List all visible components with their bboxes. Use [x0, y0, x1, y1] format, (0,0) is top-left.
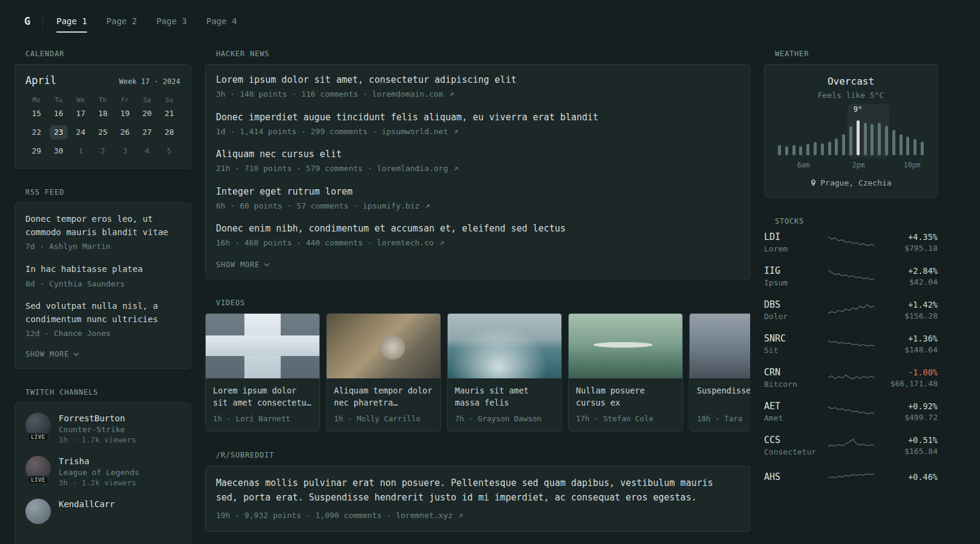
channel-name[interactable]: ForrestBurton — [59, 413, 136, 423]
calendar-day[interactable]: 28 — [160, 125, 178, 140]
calendar-day[interactable]: 22 — [27, 125, 45, 140]
channel-game: League of Legends — [59, 468, 139, 477]
post-source-link[interactable]: loremnet.xyz — [396, 511, 463, 520]
stock-row[interactable]: CRN Bitcorn -1.00% $66,171.48 — [764, 367, 938, 389]
channel-name[interactable]: KendallCarr — [59, 499, 115, 509]
stock-price: $795.18 — [880, 244, 938, 253]
video-card[interactable]: Lorem ipsum dolor sit amet consectetu… 1… — [205, 313, 320, 432]
stock-row[interactable]: AHS +0.46% — [764, 468, 938, 487]
external-link-icon — [439, 241, 445, 246]
rss-item: Donec tempor eros leo, ut commodo mauris… — [25, 213, 180, 253]
news-title[interactable]: Donec imperdiet augue tincidunt felis al… — [216, 112, 739, 123]
calendar-day[interactable]: 17 — [71, 106, 90, 121]
rss-item-title[interactable]: In hac habitasse platea — [25, 263, 180, 276]
top-nav: G Page 1Page 2Page 3Page 4 — [0, 0, 980, 42]
rss-item-title[interactable]: Sed volutpat nulla nisl, a condimentum n… — [25, 300, 180, 326]
twitch-channel[interactable]: KendallCarr — [25, 499, 180, 524]
video-card[interactable]: Mauris sit amet massa felis 7h · Grayson… — [447, 313, 562, 432]
twitch-channel-list: LIVE ForrestBurton Counter-Strike 1h · 1… — [25, 413, 180, 524]
video-thumbnail[interactable] — [327, 314, 440, 378]
calendar-day[interactable]: 3 — [116, 144, 134, 158]
rss-item-title[interactable]: Donec tempor eros leo, ut commodo mauris… — [25, 213, 180, 239]
stock-sparkline — [822, 233, 880, 251]
news-title[interactable]: Lorem ipsum dolor sit amet, consectetur … — [216, 74, 739, 85]
stock-price: $499.72 — [880, 413, 938, 422]
calendar-day[interactable]: 2 — [94, 144, 112, 158]
weather-location: Prague, Czechia — [820, 178, 891, 187]
video-meta: 1h · Lori Barnett — [213, 414, 312, 423]
temperature-bar — [792, 145, 795, 155]
calendar-day[interactable]: 16 — [50, 106, 68, 121]
stock-row[interactable]: DBS Dolor +1.42% $156.28 — [764, 299, 938, 321]
calendar-day[interactable]: 21 — [160, 106, 178, 121]
news-source-link[interactable]: loremlandia.org — [377, 164, 459, 173]
rss-show-more-button[interactable]: SHOW MORE — [25, 350, 79, 358]
stock-row[interactable]: LDI Lorem +4.35% $795.18 — [764, 232, 938, 253]
post-title[interactable]: Maecenas mollis pulvinar erat non posuer… — [216, 476, 739, 506]
calendar-day[interactable]: 26 — [116, 125, 134, 140]
calendar-day[interactable]: 30 — [50, 144, 68, 158]
video-card[interactable]: Nullam posuere cursus ex 17h · Stefan Co… — [568, 313, 683, 432]
video-title: Nullam posuere cursus ex — [576, 384, 675, 410]
weather-widget: WEATHER Overcast Feels like 5°C 9° 6am2p… — [764, 50, 938, 198]
tab-page-4[interactable]: Page 4 — [206, 0, 237, 42]
stock-row[interactable]: IIG Ipsum +2.84% $42.04 — [764, 265, 938, 287]
calendar-day[interactable]: 18 — [94, 106, 112, 121]
calendar-day[interactable]: 29 — [27, 144, 45, 158]
twitch-channel[interactable]: LIVE Trisha League of Legends 3h · 1.2k … — [25, 456, 180, 487]
temperature-bar — [814, 142, 817, 155]
tab-page-1[interactable]: Page 1 — [56, 0, 87, 42]
news-title[interactable]: Donec enim nibh, condimentum et accumsan… — [216, 223, 739, 234]
news-source-link[interactable]: ipsumify.biz — [363, 201, 431, 210]
video-thumbnail[interactable] — [448, 314, 561, 378]
news-source-link[interactable]: loremdomain.com — [372, 89, 454, 99]
news-source-link[interactable]: ipsumworld.net — [382, 127, 459, 136]
stock-name: Dolor — [764, 312, 822, 321]
twitch-channel[interactable]: LIVE ForrestBurton Counter-Strike 1h · 1… — [25, 413, 180, 444]
calendar-day[interactable]: 25 — [94, 125, 112, 140]
calendar-day[interactable]: 5 — [160, 144, 178, 158]
news-title[interactable]: Aliquam nec cursus elit — [216, 149, 739, 160]
stock-ticker: SNRC — [764, 333, 822, 344]
video-thumbnail[interactable] — [206, 314, 319, 378]
news-title[interactable]: Integer eget rutrum lorem — [216, 186, 739, 197]
section-title-calendar: CALENDAR — [25, 50, 191, 58]
calendar-day-selected[interactable]: 23 — [50, 125, 68, 140]
channel-name[interactable]: Trisha — [59, 456, 139, 466]
calendar-day[interactable]: 4 — [138, 144, 156, 158]
stock-sparkline — [822, 468, 880, 487]
live-badge: LIVE — [28, 433, 48, 441]
post-stats: 19h · 9,932 points · 1,090 comments — [216, 511, 382, 520]
stock-values: -1.00% $66,171.48 — [880, 368, 938, 388]
stock-row[interactable]: SNRC Sit +1.36% $148.64 — [764, 333, 938, 355]
stock-row[interactable]: CCS Consectetur +0.51% $165.84 — [764, 435, 938, 456]
calendar-day[interactable]: 20 — [138, 106, 156, 121]
calendar-day[interactable]: 1 — [71, 144, 90, 158]
stock-change: +0.46% — [880, 472, 938, 482]
stock-ticker: IIG — [764, 265, 822, 276]
avatar-wrap: LIVE — [25, 413, 51, 438]
stock-change: +4.35% — [880, 232, 938, 242]
video-card[interactable]: Aliquam tempor dolor nec pharetra… 1h · … — [326, 313, 441, 432]
temperature-bar — [778, 145, 781, 155]
calendar-day[interactable]: 19 — [116, 106, 134, 121]
calendar-day[interactable]: 27 — [138, 125, 156, 140]
news-source-link[interactable]: loremtech.co — [377, 238, 445, 247]
calendar-day[interactable]: 24 — [71, 125, 90, 140]
right-column: WEATHER Overcast Feels like 5°C 9° 6am2p… — [764, 50, 938, 506]
video-card[interactable]: Suspendisse diam 18h · Tara — [689, 313, 750, 432]
external-link-icon — [425, 204, 430, 209]
tab-page-3[interactable]: Page 3 — [156, 0, 187, 42]
news-meta: 21h · 710 points · 579 comments · loreml… — [216, 163, 739, 175]
hn-show-more-button[interactable]: SHOW MORE — [216, 261, 270, 269]
app-logo[interactable]: G — [24, 15, 30, 27]
stock-name: Sit — [764, 346, 822, 355]
post-meta: 19h · 9,932 points · 1,090 comments · lo… — [216, 510, 739, 522]
video-thumbnail[interactable] — [569, 314, 682, 378]
calendar-day[interactable]: 15 — [27, 106, 45, 121]
tab-page-2[interactable]: Page 2 — [106, 0, 137, 42]
video-thumbnail[interactable] — [690, 314, 750, 378]
stock-row[interactable]: AET Amet +0.92% $499.72 — [764, 401, 938, 423]
rss-card: Donec tempor eros leo, ut commodo mauris… — [15, 202, 191, 369]
temperature-bar — [878, 123, 881, 155]
